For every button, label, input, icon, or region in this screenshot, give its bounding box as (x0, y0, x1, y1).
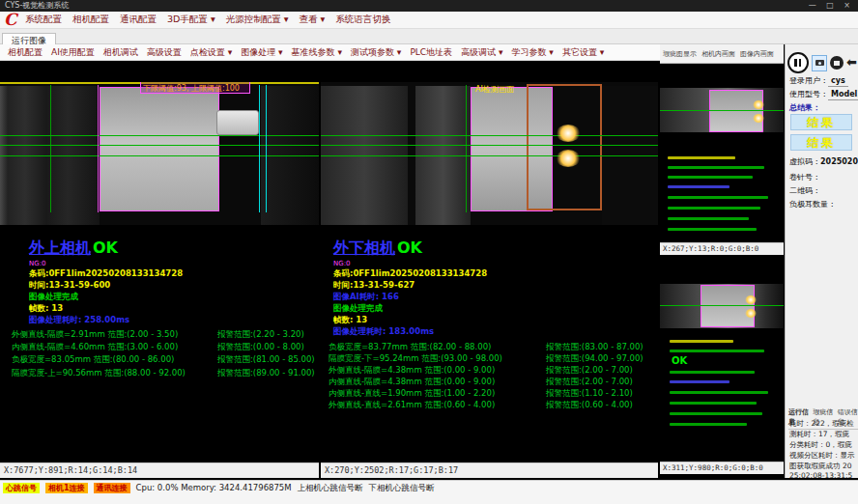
pixel-status-bar: X:267;Y:13;R:0;G:0;B:0 (660, 242, 784, 255)
camera-icon[interactable] (812, 55, 828, 71)
lower-camera-heartbeat-text: 下相机心跳信号断 (369, 483, 435, 494)
ok-badge: OK (397, 238, 422, 257)
menu-item-3d-hand-config[interactable]: 3D手配置 ▾ (167, 14, 215, 26)
toolbar-baseline-params[interactable]: 基准线参数 ▾ (292, 46, 342, 59)
close-icon[interactable]: × (844, 1, 854, 10)
login-user-field: 登录用户：cys (789, 75, 848, 86)
upper-camera-heartbeat-text: 上相机心跳信号断 (298, 483, 363, 494)
menu-item-language-switch[interactable]: 系统语言切换 (335, 14, 390, 26)
thumb-text-line (668, 176, 753, 179)
thumb-text-line (668, 185, 729, 188)
model-value: Model1 (828, 90, 858, 100)
process-done-line: 图像处理完成 (29, 292, 78, 303)
pause-icon[interactable] (787, 52, 809, 73)
measure-label: 隔膜宽度-下=95.24mm 范围:(93.00 - 98.00) (329, 353, 502, 363)
camera1-connect-badge: 相机1连接 (45, 483, 88, 493)
overlay-green-hline (0, 135, 319, 136)
toolbar-learning-params[interactable]: 学习参数 ▾ (512, 46, 554, 59)
ng-note: NG:0 (29, 260, 45, 267)
toolbar-ai-config[interactable]: AI使用配置 (51, 46, 95, 59)
toolbar-spot-check[interactable]: 点检设置 ▾ (190, 46, 232, 59)
needle-number-label: 卷针号： (789, 172, 820, 182)
back-arrow-icon[interactable]: ⬅ (846, 56, 857, 70)
inspected-cell (100, 87, 219, 211)
maximize-icon[interactable]: □ (826, 1, 838, 10)
overlay-green-hline (321, 155, 658, 156)
thumb-text-line (668, 196, 768, 199)
inspected-cell (709, 90, 763, 132)
frame-count-line: 帧数: 13 (333, 315, 367, 326)
alarm-range: 报警范围:(89.00 - 91.00) (217, 368, 315, 379)
ok-badge: OK (93, 238, 118, 257)
menu-item-comm-config[interactable]: 通讯配置 (120, 14, 157, 26)
measure-label: 内侧直线-直线=1.90mm 范围:(1.00 - 2.20) (329, 388, 495, 398)
ai-detect-box (527, 84, 602, 210)
menu-item-camera-config[interactable]: 相机配置 (72, 14, 109, 26)
ng-note: NG:0 (333, 260, 350, 267)
measurement-row: 负极宽度=83.77mm 范围:(82.00 - 88.00) 报警范围:(83… (329, 342, 666, 353)
cpu-memory-text: Cpu: 0.0% Memory: 3424.41796875M (136, 483, 292, 492)
thumb-text-line (670, 412, 762, 415)
model-field: 使用型号：Model1 (789, 89, 858, 99)
thumb-text-line (670, 371, 755, 374)
menu-item-light-control[interactable]: 光源控制配置 ▾ (226, 14, 289, 26)
camera-image-lower[interactable]: AI检测画面 (321, 82, 658, 225)
camera-name: 外下相机 (333, 238, 395, 257)
toolbar-advanced-debug[interactable]: 高级调试 ▾ (461, 46, 502, 59)
menu-item-view[interactable]: 查看 ▾ (299, 14, 325, 26)
monitor-icon[interactable] (830, 56, 844, 70)
barcode-line: 条码:0FF1lim20250208133134728 (333, 268, 487, 280)
measurement-row: 内侧直线-直线=1.90mm 范围:(1.00 - 2.20) 报警范围:(1.… (329, 388, 666, 400)
thumb-text-line (668, 228, 757, 231)
side-panel: ⬅ 登录用户：cys 使用型号：Model1 总结果： 结果 结果 虚拟码：20… (785, 44, 858, 478)
measurement-row: 内侧直线-隔膜=4.60mm 范围:(3.00 - 6.00) 报警范围:(0.… (12, 342, 330, 353)
measure-label: 负极宽度=83.05mm 范围:(80.00 - 86.00) (12, 354, 174, 364)
measure-label: 外侧直线-隔膜=4.38mm 范围:(0.00 - 9.00) (329, 365, 495, 375)
thumbnail-column: 瑕疵图显示 相机内画面 图像内画面 X:267;Y:13;R:0;G:0;B:0 (660, 44, 784, 478)
measure-label: 内侧直线-隔膜=4.60mm 范围:(3.00 - 6.00) (12, 342, 178, 351)
camera-view-upper: 下限阈值:93, 上限阈值:100 外上相机OK NG:0 条码:0FF1lim… (0, 61, 319, 478)
thumb-tab-camera-view[interactable]: 相机内画面 (701, 49, 735, 59)
process-time-line: 图像处理耗时: 258.00ms (29, 315, 129, 326)
alarm-range: 报警范围:(1.10 - 2.10) (546, 388, 633, 400)
tab-glow (745, 309, 757, 318)
process-done-line: 图像处理完成 (333, 303, 383, 315)
toolbar-other-settings[interactable]: 其它设置 ▾ (562, 46, 604, 59)
titlebar: CYS-视觉检测系统 — □ × (0, 0, 858, 12)
status-bar: 心跳信号 相机1连接 通讯连接 Cpu: 0.0% Memory: 3424.4… (0, 480, 858, 504)
thumbnail-camera-bottom[interactable]: OK (660, 255, 784, 462)
total-result-label: 总结果： (789, 102, 820, 113)
thumb-text-line (670, 391, 768, 394)
overlay-green-hline (0, 145, 319, 146)
threshold-annotation: 下限阈值:93, 上限阈值:100 (140, 82, 250, 94)
menu-item-system-config[interactable]: 系统配置 (25, 14, 62, 26)
toolbar-test-params[interactable]: 测试项参数 ▾ (351, 46, 401, 59)
toolbar-advanced-settings[interactable]: 高级设置 (147, 46, 182, 59)
toolbar: 相机配置 AI使用配置 相机调试 高级设置 点检设置 ▾ 图像处理 ▾ 基准线参… (0, 44, 660, 61)
thumb-text-line (668, 217, 749, 220)
model-label: 使用型号： (789, 90, 828, 98)
camera-image-upper[interactable]: 下限阈值:93, 上限阈值:100 (0, 82, 319, 225)
camera-view-lower: AI检测画面 外下相机OK NG:0 条码:0FF1lim20250208133… (321, 61, 658, 478)
measurement-row: 外侧直线-隔膜=4.38mm 范围:(0.00 - 9.00) 报警范围:(2.… (329, 365, 666, 377)
toolbar-camera-debug[interactable]: 相机调试 (103, 46, 138, 59)
gripper (216, 110, 259, 135)
thumbnail-camera-top[interactable] (660, 64, 784, 242)
virtual-code-label: 虚拟码： (789, 157, 820, 166)
heartbeat-badge: 心跳信号 (3, 483, 40, 493)
measure-label: 内侧直线-隔膜=4.38mm 范围:(0.00 - 9.00) (329, 377, 495, 386)
overlay-cyan-vline (266, 85, 267, 212)
toolbar-camera-config[interactable]: 相机配置 (8, 46, 43, 59)
virtual-code-value: 20250208 (820, 157, 858, 166)
toolbar-image-process[interactable]: 图像处理 ▾ (241, 46, 282, 59)
toolbar-plc-address[interactable]: PLC地址表 (410, 46, 452, 59)
measure-label: 外侧直线-直线=2.61mm 范围:(0.60 - 4.00) (329, 400, 495, 409)
alarm-range: 报警范围:(2.00 - 7.00) (546, 377, 633, 388)
tab-glow (556, 125, 581, 142)
thumb-tab-image-view[interactable]: 图像内画面 (740, 49, 774, 59)
alarm-range: 报警范围:(81.00 - 85.00) (217, 354, 315, 366)
measure-label: 负极宽度=83.77mm 范围:(82.00 - 88.00) (329, 342, 491, 351)
tab-glow (753, 114, 764, 123)
tab-glow (753, 100, 764, 109)
minimize-icon[interactable]: — (809, 1, 820, 10)
